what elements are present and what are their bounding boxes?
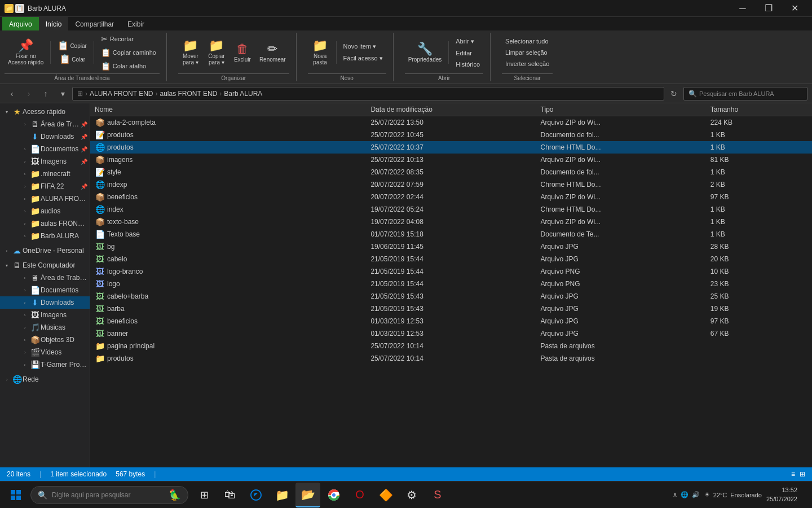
tab-inicio[interactable]: Início [39, 17, 69, 30]
taskbar-store[interactable]: 🛍 [218, 483, 242, 507]
close-button[interactable]: ✕ [782, 0, 807, 17]
sidebar-item-tgamerpro[interactable]: › 💾 T-Gamer Pro (C:) [0, 358, 90, 371]
novo-item-button[interactable]: Novo item ▾ [340, 41, 386, 52]
taskbar-app2[interactable]: ⚙ [399, 483, 424, 507]
col-nome[interactable]: Nome [90, 103, 366, 116]
table-row[interactable]: 📝 style 20/07/2022 08:35 Documento de fo… [90, 166, 812, 178]
back-button[interactable]: ‹ [5, 86, 19, 101]
taskbar-app3[interactable]: S [425, 483, 450, 507]
colar-button[interactable]: 📋 Colar [54, 54, 90, 65]
view-list-icon[interactable]: ≡ [791, 470, 795, 478]
colar-atalho-button[interactable]: 📋 Colar atalho [98, 60, 160, 72]
table-row[interactable]: 📦 aula-2-completa 25/07/2022 13:50 Arqui… [90, 116, 812, 129]
up-button[interactable]: ↑ [38, 86, 53, 101]
abrir-button[interactable]: Abrir ▾ [452, 36, 483, 47]
taskbar-search-box[interactable]: 🔍 Digite aqui para pesquisar 🦜 [30, 486, 188, 504]
table-row[interactable]: 🖼 logo-branco 21/05/2019 15:44 Arquivo P… [90, 265, 812, 278]
chevron-icon[interactable]: ∧ [673, 491, 677, 498]
breadcrumb-aulas-frontend[interactable]: aulas FRONT END [160, 90, 217, 98]
copiar-para-button[interactable]: 📁 Copiarpara ▾ [204, 37, 229, 68]
taskbar-chrome[interactable] [321, 483, 346, 507]
renomear-button[interactable]: ✏ Renomear [256, 41, 289, 65]
copiar-button[interactable]: 📋 Copiar [54, 40, 90, 51]
sidebar-item-minecraft[interactable]: › 📁 .minecraft [0, 168, 90, 180]
sidebar-item-musicas[interactable]: › 🎵 Músicas [0, 321, 90, 334]
sidebar-item-area-trabalho-pc[interactable]: › 🖥 Área de Trabalho [0, 271, 90, 284]
table-row[interactable]: 🖼 bg 19/06/2019 11:45 Arquivo JPG 28 KB [90, 240, 812, 253]
mover-button[interactable]: 📁 Moverpara ▾ [178, 37, 203, 68]
breadcrumb-barb-alura[interactable]: Barb ALURA [224, 90, 262, 98]
sidebar-item-downloads-quick[interactable]: ⬇ Downloads 📌 [0, 130, 90, 143]
copiar-caminho-button[interactable]: 📋 Copiar caminho [98, 46, 160, 59]
sidebar-item-videos[interactable]: › 🎬 Vídeos [0, 346, 90, 358]
recent-locations-button[interactable]: ▾ [55, 86, 70, 101]
network-sys-icon[interactable]: 🌐 [681, 491, 689, 498]
refresh-button[interactable]: ↻ [667, 86, 681, 101]
sidebar-item-downloads-pc[interactable]: › ⬇ Downloads [0, 296, 90, 309]
taskbar-clock[interactable]: 13:52 25/07/2022 [766, 486, 797, 503]
table-row[interactable]: 📦 beneficios 20/07/2022 02:44 Arquivo ZI… [90, 191, 812, 203]
table-row[interactable]: 📁 pagina principal 25/07/2022 10:14 Past… [90, 340, 812, 352]
sidebar-item-alura-frontend[interactable]: › 📁 ALURA FRONT END [0, 192, 90, 205]
minimize-button[interactable]: ─ [730, 0, 756, 17]
sidebar-onedrive-header[interactable]: › ☁ OneDrive - Personal [0, 244, 90, 257]
taskbar-explorer[interactable]: 📁 [270, 483, 294, 507]
breadcrumb[interactable]: ⊞ › ALURA FRONT END › aulas FRONT END › … [72, 87, 664, 100]
table-row[interactable]: 📄 Texto base 01/07/2019 15:18 Documento … [90, 228, 812, 240]
tab-arquivo[interactable]: Arquivo [2, 17, 39, 30]
table-row[interactable]: 🖼 barba 21/05/2019 15:43 Arquivo JPG 19 … [90, 303, 812, 315]
sidebar-item-imagens-pc[interactable]: › 🖼 Imagens [0, 309, 90, 321]
show-desktop-button[interactable] [802, 481, 805, 509]
breadcrumb-alura-frontend[interactable]: ALURA FRONT END [90, 90, 153, 98]
table-row[interactable]: 🖼 logo 21/05/2019 15:44 Arquivo PNG 23 K… [90, 278, 812, 290]
editar-button[interactable]: Editar [452, 48, 483, 58]
inverter-selecao-button[interactable]: Inverter seleção [502, 59, 553, 69]
table-row[interactable]: 🖼 cabelo 21/05/2019 15:44 Arquivo JPG 20… [90, 253, 812, 265]
table-row[interactable]: 🖼 cabelo+barba 21/05/2019 15:43 Arquivo … [90, 290, 812, 303]
taskbar-explorer-active[interactable]: 📂 [295, 483, 320, 507]
col-tipo[interactable]: Tipo [536, 103, 706, 116]
limpar-selecao-button[interactable]: Limpar seleção [502, 47, 553, 58]
col-data[interactable]: Data de modificação [366, 103, 536, 116]
start-button[interactable] [2, 481, 29, 509]
taskbar-opera[interactable]: O [347, 483, 372, 507]
table-row[interactable]: 🌐 indexp 20/07/2022 07:59 Chrome HTML Do… [90, 178, 812, 191]
sidebar-item-objetos3d[interactable]: › 📦 Objetos 3D [0, 334, 90, 346]
tab-compartilhar[interactable]: Compartilhar [68, 17, 121, 30]
table-row[interactable]: 🖼 banner 01/03/2019 12:53 Arquivo JPG 67… [90, 327, 812, 340]
table-row[interactable]: 📦 texto-base 19/07/2022 04:08 Arquivo ZI… [90, 216, 812, 228]
volume-icon[interactable]: 🔊 [692, 491, 700, 498]
nova-pasta-button[interactable]: 📁 Novapasta [308, 37, 333, 68]
sidebar-este-computador-header[interactable]: ▾ 🖥 Este Computador [0, 259, 90, 271]
sidebar-item-documentos-quick[interactable]: › 📄 Documentos 📌 [0, 143, 90, 155]
selecionar-tudo-button[interactable]: Selecionar tudo [502, 36, 553, 46]
table-row[interactable]: 📝 produtos 25/07/2022 10:45 Documento de… [90, 129, 812, 141]
sidebar-item-audios[interactable]: › 📁 audios [0, 205, 90, 217]
fixar-button[interactable]: 📌 Fixar noAcesso rápido [5, 37, 47, 68]
view-grid-icon[interactable]: ⊞ [800, 470, 805, 478]
search-box[interactable]: 🔍 Pesquisar em Barb ALURA [683, 87, 807, 100]
sidebar-item-fifa22[interactable]: › 📁 FIFA 22 📌 [0, 180, 90, 192]
facil-acesso-button[interactable]: Fácil acesso ▾ [340, 53, 386, 64]
sidebar-item-imagens-quick[interactable]: › 🖼 Imagens 📌 [0, 155, 90, 168]
sidebar-quick-access-header[interactable]: ▾ ★ Acesso rápido [0, 106, 90, 118]
sidebar-item-area-trabalho[interactable]: › 🖥 Área de Trabalho 📌 [0, 118, 90, 130]
table-row[interactable]: 🌐 produtos 25/07/2022 10:37 Chrome HTML … [90, 141, 812, 154]
table-row[interactable]: 🖼 beneficios 01/03/2019 12:53 Arquivo JP… [90, 315, 812, 327]
excluir-button[interactable]: 🗑 Excluir [230, 41, 255, 65]
taskbar-edge[interactable] [244, 483, 268, 507]
sidebar-item-documentos-pc[interactable]: › 📄 Documentos [0, 284, 90, 296]
sidebar-rede-header[interactable]: › 🌐 Rede [0, 373, 90, 386]
historico-button[interactable]: Histórico [452, 59, 483, 69]
propriedades-button[interactable]: 🔧 Propriedades [405, 41, 445, 65]
sidebar-item-aulas-frontend[interactable]: › 📁 aulas FRONT END [0, 217, 90, 230]
table-row[interactable]: 🌐 index 19/07/2022 05:24 Chrome HTML Do.… [90, 203, 812, 216]
taskbar-task-view[interactable]: ⊞ [192, 483, 217, 507]
table-row[interactable]: 📁 produtos 25/07/2022 10:14 Pasta de arq… [90, 352, 812, 365]
forward-button[interactable]: › [21, 86, 36, 101]
col-tamanho[interactable]: Tamanho [706, 103, 812, 116]
maximize-button[interactable]: ❐ [756, 0, 782, 17]
table-row[interactable]: 📦 imagens 25/07/2022 10:13 Arquivo ZIP d… [90, 154, 812, 166]
recortar-button[interactable]: ✂ Recortar [98, 33, 160, 45]
sidebar-item-barb-alura[interactable]: › 📁 Barb ALURA [0, 230, 90, 242]
